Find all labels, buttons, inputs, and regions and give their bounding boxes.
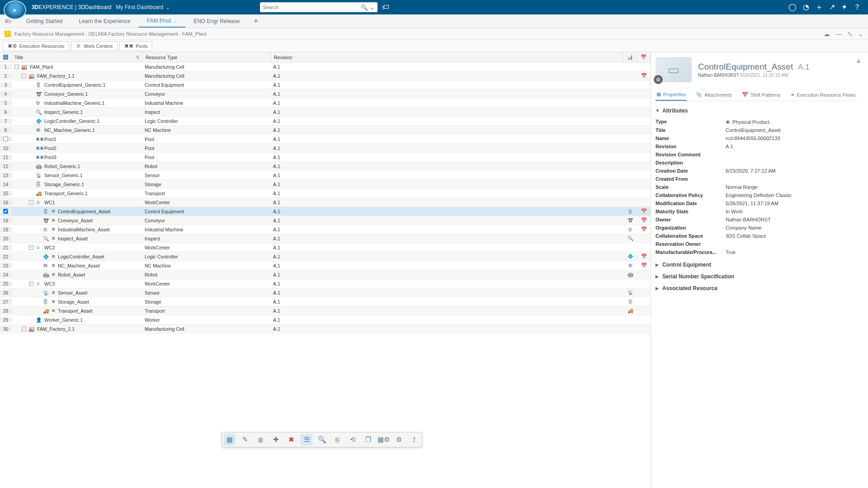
expand-icon[interactable]: − [29,245,33,250]
side-tab-execution-resource-flows[interactable]: ➔Execution Resource Flows [789,89,856,101]
table-row[interactable]: 30−🏭FAM_Factory_2.1Manufacturing CellA.1 [0,324,651,333]
collapse-icon[interactable]: ⤡ [847,30,853,38]
compass-logo[interactable]: ▶ [4,0,26,19]
side-tab-properties[interactable]: ▦Properties [656,89,687,101]
table-row[interactable]: 25−⛭WC3WorkCenterA.1 [0,279,651,288]
profile-icon[interactable]: ◯ [788,3,797,12]
table-row[interactable]: 5⚙IndustrialMachine_Generic.1Industrial … [0,99,651,108]
expand-section-icon[interactable]: ▶ [656,263,659,267]
col-revision[interactable]: Revision [271,52,623,62]
table-row[interactable]: 16−⛭WC1WorkCenterA.1 [0,198,651,207]
more-icon[interactable]: ⌄ [858,30,863,38]
table-row[interactable]: 21−⛭WC2WorkCenterA.1 [0,243,651,252]
add-icon[interactable]: ＋ [816,3,823,12]
table-row[interactable]: 19⚙✖IndustrialMachine_AssetIndustrial Ma… [0,225,651,234]
tab-eno-engr-release[interactable]: ENO Engr Release [185,14,248,28]
dashboard-dropdown-icon[interactable]: ⌄ [166,5,170,10]
row-checkbox[interactable] [3,209,8,214]
tab-learn-the-experience[interactable]: Learn the Experience [71,14,139,28]
apps-icon[interactable]: ✦ [841,3,847,12]
tb-doc-icon[interactable]: 🗎 [255,434,266,446]
table-row[interactable]: 18➰✖Conveyor_AssetConveyorA.1➰📅 [0,216,651,225]
help-icon[interactable]: ？ [854,3,861,12]
expand-icon[interactable]: − [22,327,26,331]
row-action1-icon[interactable]: ⚙ [623,227,637,232]
col-type[interactable]: Resource Type [143,52,271,62]
expand-section-icon[interactable]: ▶ [656,286,659,291]
table-row[interactable]: 4➰Conveyor_Generic.1ConveyorA.1 [0,89,651,99]
table-row[interactable]: 12🤖Robot_Generic.1RobotA.1 [0,162,651,171]
table-row[interactable]: 28🚚✖Transport_AssetTransportA.1🚚 [0,306,651,315]
row-action1-icon[interactable]: 🤖 [623,272,637,277]
section-control-equipment[interactable]: ▶Control Equipment [656,262,860,268]
tab-getting-started[interactable]: Getting Started [18,14,71,28]
section-serial-number-specification[interactable]: ▶Serial Number Specification [656,273,860,280]
tb-delete-icon[interactable]: ✖ [285,434,297,446]
tb-list-icon[interactable]: ☰ [301,434,312,446]
expand-icon[interactable]: − [22,74,26,78]
expand-icon[interactable]: − [29,200,33,205]
table-row[interactable]: 23🛠✖NC_Machine_AssetNC MachineA.1🛠📅 [0,261,651,270]
row-action2-icon[interactable]: 📅 [637,217,651,223]
row-action2-icon[interactable]: 📅 [637,253,651,259]
tb-link-icon[interactable]: ⎘ [331,434,343,446]
seg-pools[interactable]: ✖✖Pools [119,41,152,51]
expand-icon[interactable]: − [14,65,19,69]
search-dropdown-icon[interactable]: ⌄ [370,4,375,11]
section-attributes[interactable]: ▼Attributes [656,108,860,114]
expand-section-icon[interactable]: ▶ [656,274,659,279]
seg-work-centers[interactable]: ⛭Work Centers [71,41,118,51]
table-row[interactable]: ✖✖Pool1PoolA.1 [0,135,651,144]
table-row[interactable]: 8🛠NC_Machine_Generic.1NC MachineA.1 [0,126,651,135]
table-row[interactable]: 24🤖✖Robot_AssetRobotA.1🤖 [0,270,651,279]
col-title[interactable]: Title⇅ [12,52,143,62]
row-action2-icon[interactable]: 📅 [637,73,651,79]
tb-refresh-icon[interactable]: ⟲ [347,434,359,446]
share-icon[interactable]: ↗ [829,3,835,12]
table-row[interactable]: 15🚚Transport_Generic.1TransportA.1 [0,189,651,198]
tb-export-icon[interactable]: ⤴ [408,434,420,446]
tb-plus-icon[interactable]: ✚ [270,434,282,446]
row-action1-icon[interactable]: 🔍 [623,235,637,241]
row-action1-icon[interactable]: 🗄 [623,299,637,305]
tab-fam-prod[interactable]: FAM Prod⌄ [139,14,185,28]
side-tab-attachments[interactable]: 📎Attachments [695,89,733,101]
tb-settings-icon[interactable]: ⚙ [393,434,405,446]
table-row[interactable]: 29👤Worker_Generic.1WorkerA.1 [0,315,651,324]
section-associated-resource[interactable]: ▶Associated Resource [656,285,860,291]
table-row[interactable]: 1−🏭FAM_PlantManufacturing CellA.1 [0,62,651,71]
table-row[interactable]: 26📡✖Sensor_AssetSensorA.1📡 [0,288,651,297]
minimize-icon[interactable]: — [835,30,842,38]
tb-table-icon[interactable]: ▦⚙ [377,434,389,446]
tag-icon[interactable]: 🏷 [382,3,389,11]
table-row[interactable]: 10✖✖Pool2PoolA.1 [0,144,651,153]
notification-icon[interactable]: ◔ [803,3,809,12]
table-row[interactable]: 7💠LogicController_Generic.1Logic Control… [0,117,651,126]
seg-execution-resources[interactable]: ✖⚙Execution Resources [3,41,69,51]
search-input[interactable] [263,5,361,10]
row-action1-icon[interactable]: 🎛 [623,209,637,214]
row-action1-icon[interactable]: 🚚 [623,308,637,314]
tb-cube-icon[interactable]: ▦ [224,434,236,446]
panel-collapse-icon[interactable]: ▲ [855,57,862,64]
row-action2-icon[interactable]: 📅 [637,226,651,232]
table-row[interactable]: 11✖✖Pool3PoolA.1 [0,153,651,162]
row-action1-icon[interactable]: ➰ [623,217,637,223]
table-row[interactable]: 20🔍✖Inspect_AssetInspectA.1🔍 [0,234,651,243]
add-tab-icon[interactable]: ＋ [248,16,264,26]
table-row[interactable]: 22💠✖LogicController_AssetLogic Controlle… [0,252,651,261]
row-action1-icon[interactable]: 💠 [623,253,637,259]
search-icon[interactable]: 🔍 [361,4,368,11]
tab-dropdown-icon[interactable]: ⌄ [174,19,177,23]
row-action1-icon[interactable]: 🛠 [623,263,637,268]
table-row[interactable]: 6🔍Inspect_Generic.1InspectA.1 [0,108,651,117]
tb-3d-icon[interactable]: ❐ [362,434,374,446]
row-action2-icon[interactable]: 📅 [637,263,651,268]
tb-search-icon[interactable]: 🔍 [316,434,328,446]
table-row[interactable]: 13📡Sensor_Generic.1SensorA.1 [0,171,651,180]
row-action1-icon[interactable]: 📡 [623,290,637,296]
table-row[interactable]: 27🗄✖Storage_AssetStorageA.1🗄 [0,297,651,306]
table-row[interactable]: 3🎛ControlEquipment_Generic.1Control Equi… [0,80,651,89]
search-box[interactable]: 🔍 ⌄ [260,2,377,12]
cloud-icon[interactable]: ☁ [824,30,830,38]
